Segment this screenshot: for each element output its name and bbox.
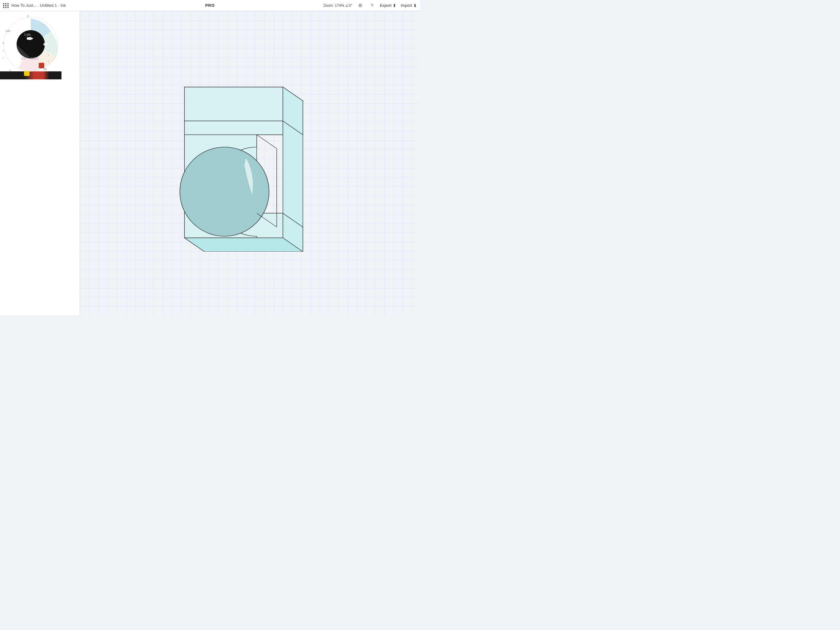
zoom-value: 174%	[335, 3, 344, 8]
svg-marker-38	[185, 87, 283, 121]
breadcrumb-sep-2: ›	[58, 4, 59, 7]
breadcrumb-item-2[interactable]: Untitled 1	[40, 3, 57, 8]
3d-shape	[137, 73, 309, 253]
svg-text:100%: 100%	[31, 57, 39, 60]
topbar-left: How To Just... › Untitled 1 › Ink	[3, 3, 324, 8]
zoom-info: Zoom: 174% ∠0°	[324, 3, 352, 8]
breadcrumb-sep-1: ›	[38, 4, 39, 7]
svg-text:›: ›	[47, 59, 49, 64]
topbar: How To Just... › Untitled 1 › Ink PRO Zo…	[0, 0, 420, 11]
app-grid-icon[interactable]	[3, 3, 9, 8]
angle-value: ∠0°	[345, 3, 352, 8]
svg-text:‹: ‹	[2, 40, 4, 45]
svg-point-15	[43, 43, 46, 46]
topbar-right: Zoom: 174% ∠0° ⚙ ? Export ⬆ Import ⬇	[324, 2, 417, 9]
breadcrumb-item-3[interactable]: Ink	[61, 3, 66, 8]
svg-line-34	[257, 135, 277, 149]
export-icon: ⬆	[393, 3, 396, 8]
tool-wheel[interactable]: 120 2 1 40 20 7 ‹ ‹ ‹ › ›	[0, 11, 62, 82]
svg-point-33	[180, 147, 269, 236]
import-icon: ⬇	[413, 3, 417, 8]
breadcrumb-item-1[interactable]: How To Just...	[11, 3, 36, 8]
svg-text:✒: ✒	[26, 34, 33, 44]
svg-rect-8	[24, 71, 30, 76]
svg-text:20: 20	[44, 68, 47, 71]
svg-text:7: 7	[9, 70, 11, 73]
canvas-area[interactable]	[80, 11, 420, 315]
settings-button[interactable]: ⚙	[357, 2, 364, 9]
breadcrumb: How To Just... › Untitled 1 › Ink	[11, 3, 66, 8]
pro-badge: PRO	[205, 3, 215, 8]
export-button[interactable]: Export ⬆	[380, 3, 396, 8]
svg-text:0%: 0%	[21, 57, 25, 60]
svg-marker-28	[185, 238, 303, 252]
svg-text:‹: ‹	[2, 47, 4, 52]
svg-rect-7	[39, 63, 44, 68]
svg-marker-31	[283, 121, 303, 227]
import-button[interactable]: Import ⬇	[401, 3, 417, 8]
svg-text:‹: ‹	[2, 55, 4, 60]
zoom-label: Zoom:	[324, 3, 334, 8]
help-button[interactable]: ?	[368, 2, 376, 9]
svg-text:›: ›	[47, 52, 49, 57]
